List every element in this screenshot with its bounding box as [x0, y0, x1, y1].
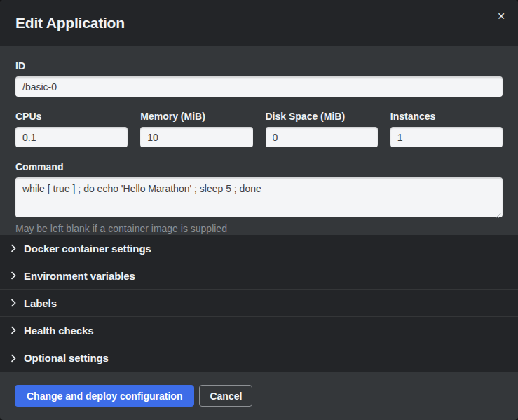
- modal-title: Edit Application: [15, 15, 125, 32]
- chevron-right-icon: [11, 299, 16, 307]
- cancel-button[interactable]: Cancel: [199, 385, 252, 407]
- modal-body: ID CPUs Memory (MiB) Disk Space (MiB) In…: [0, 46, 518, 235]
- collapsible-sections: Docker container settings Environment va…: [0, 235, 518, 372]
- section-label: Labels: [24, 297, 57, 309]
- command-textarea[interactable]: while [ true ] ; do echo 'Hello Marathon…: [15, 177, 503, 217]
- resize-grip-icon: [494, 212, 501, 219]
- disk-input[interactable]: [266, 127, 378, 147]
- chevron-right-icon: [11, 354, 16, 363]
- modal-footer: Change and deploy configuration Cancel: [0, 372, 518, 420]
- chevron-right-icon: [11, 244, 16, 252]
- command-label: Command: [15, 161, 503, 173]
- disk-field-group: Disk Space (MiB): [266, 111, 378, 147]
- id-input[interactable]: [15, 76, 503, 97]
- cpus-label: CPUs: [15, 111, 128, 123]
- textarea-resize-handle[interactable]: [494, 209, 501, 216]
- instances-label: Instances: [390, 111, 503, 123]
- id-label: ID: [15, 60, 503, 72]
- edit-application-modal: Edit Application ✕ ID CPUs Memory (MiB) …: [0, 0, 518, 420]
- section-health-checks[interactable]: Health checks: [0, 317, 518, 344]
- section-label: Optional settings: [24, 352, 109, 364]
- memory-input[interactable]: [140, 127, 252, 147]
- close-button[interactable]: ✕: [493, 8, 510, 24]
- disk-label: Disk Space (MiB): [266, 111, 378, 123]
- resources-row: CPUs Memory (MiB) Disk Space (MiB) Insta…: [15, 111, 503, 147]
- section-label: Environment variables: [24, 270, 135, 282]
- memory-field-group: Memory (MiB): [140, 111, 252, 147]
- modal-header: Edit Application ✕: [0, 0, 518, 46]
- section-labels[interactable]: Labels: [0, 290, 518, 317]
- instances-field-group: Instances: [390, 111, 503, 147]
- change-and-deploy-button[interactable]: Change and deploy configuration: [15, 385, 194, 407]
- cpus-field-group: CPUs: [15, 111, 128, 147]
- command-textarea-wrap: while [ true ] ; do echo 'Hello Marathon…: [15, 177, 503, 217]
- section-optional-settings[interactable]: Optional settings: [0, 344, 518, 372]
- section-environment-variables[interactable]: Environment variables: [0, 262, 518, 290]
- instances-input[interactable]: [390, 127, 503, 147]
- command-help-text: May be left blank if a container image i…: [15, 222, 503, 235]
- close-icon: ✕: [497, 11, 505, 22]
- chevron-right-icon: [11, 326, 16, 334]
- memory-label: Memory (MiB): [140, 111, 252, 123]
- command-field-group: Command while [ true ] ; do echo 'Hello …: [15, 161, 503, 235]
- id-field-group: ID: [15, 60, 503, 97]
- cpus-input[interactable]: [15, 127, 128, 147]
- section-docker-container-settings[interactable]: Docker container settings: [0, 235, 518, 262]
- chevron-right-icon: [11, 271, 16, 280]
- section-label: Health checks: [24, 325, 94, 337]
- section-label: Docker container settings: [24, 243, 151, 255]
